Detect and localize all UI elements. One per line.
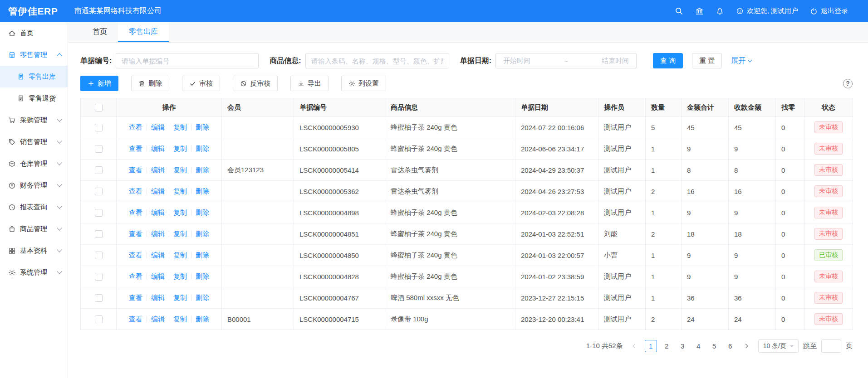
row-checkbox[interactable] (95, 315, 103, 323)
row-checkbox[interactable] (95, 252, 103, 259)
bell-icon[interactable] (716, 7, 724, 15)
row-action-copy[interactable]: 复制 (173, 208, 187, 217)
row-action-view[interactable]: 查看 (129, 123, 142, 132)
logout-button[interactable]: 退出登录 (810, 7, 848, 15)
expand-link[interactable]: 展开 (731, 56, 751, 66)
row-action-delete[interactable]: 删除 (196, 251, 209, 260)
row-action-delete[interactable]: 删除 (196, 230, 209, 238)
search-icon[interactable] (675, 7, 683, 15)
divider (147, 231, 147, 237)
reset-button[interactable]: 重 置 (692, 53, 722, 68)
column-settings-button[interactable]: 列设置 (341, 76, 386, 91)
status-badge: 未审核 (814, 313, 843, 325)
row-action-view[interactable]: 查看 (129, 230, 142, 238)
sidebar-item-retail-outbound[interactable]: 零售出库 (0, 66, 68, 87)
row-action-copy[interactable]: 复制 (173, 272, 187, 281)
sidebar-item-retail-return[interactable]: 零售退货 (0, 87, 68, 109)
row-action-delete[interactable]: 删除 (196, 272, 209, 281)
prev-page-button[interactable] (630, 340, 640, 352)
row-checkbox[interactable] (95, 294, 103, 302)
tab-home[interactable]: 首页 (82, 22, 118, 42)
sidebar-item-warehouse[interactable]: 仓库管理 (0, 153, 68, 174)
tab-retail-outbound[interactable]: 零售出库 (118, 22, 169, 42)
row-action-edit[interactable]: 编辑 (151, 230, 165, 238)
row-action-view[interactable]: 查看 (129, 187, 142, 196)
cell-date: 2024-01-03 22:52:51 (515, 223, 598, 245)
date-range-picker[interactable]: 开始时间 ~ 结束时间 (495, 53, 637, 68)
row-action-copy[interactable]: 复制 (173, 123, 187, 132)
help-icon[interactable]: ? (843, 79, 853, 88)
row-checkbox[interactable] (95, 273, 103, 281)
row-action-edit[interactable]: 编辑 (151, 272, 165, 281)
row-action-copy[interactable]: 复制 (173, 315, 187, 324)
sidebar-item-sales[interactable]: 销售管理 (0, 131, 68, 153)
sidebar-item-retail[interactable]: 零售管理 (0, 44, 68, 66)
row-action-edit[interactable]: 编辑 (151, 251, 165, 260)
page-button-2[interactable]: 2 (661, 340, 673, 352)
row-action-edit[interactable]: 编辑 (151, 315, 165, 324)
row-action-copy[interactable]: 复制 (173, 187, 187, 196)
bill-no-input[interactable] (116, 53, 259, 68)
next-page-button[interactable] (741, 340, 751, 352)
page-button-6[interactable]: 6 (724, 340, 736, 352)
row-action-view[interactable]: 查看 (129, 166, 142, 174)
row-action-edit[interactable]: 编辑 (151, 123, 165, 132)
page-size-select[interactable]: 10 条/页 (758, 339, 799, 353)
row-checkbox[interactable] (95, 124, 103, 131)
sidebar-item-system[interactable]: 系统管理 (0, 262, 68, 283)
sidebar-item-finance[interactable]: 财务管理 (0, 174, 68, 196)
row-action-copy[interactable]: 复制 (173, 230, 187, 238)
row-action-copy[interactable]: 复制 (173, 145, 187, 153)
row-action-copy[interactable]: 复制 (173, 251, 187, 260)
page-button-4[interactable]: 4 (692, 340, 705, 352)
row-action-view[interactable]: 查看 (129, 145, 142, 153)
row-action-delete[interactable]: 删除 (196, 208, 209, 217)
row-action-view[interactable]: 查看 (129, 251, 142, 260)
delete-button[interactable]: 删除 (131, 76, 169, 91)
row-action-edit[interactable]: 编辑 (151, 208, 165, 217)
row-action-view[interactable]: 查看 (129, 315, 142, 324)
row-action-view[interactable]: 查看 (129, 208, 142, 217)
sidebar-item-base[interactable]: 基本资料 (0, 240, 68, 262)
row-action-view[interactable]: 查看 (129, 272, 142, 281)
bank-icon[interactable] (695, 7, 704, 15)
cell-amount: 9 (682, 138, 729, 160)
unaudit-button[interactable]: 反审核 (233, 76, 278, 91)
row-checkbox[interactable] (95, 188, 103, 195)
row-action-edit[interactable]: 编辑 (151, 294, 165, 302)
page-button-5[interactable]: 5 (708, 340, 721, 352)
sidebar-item-goods[interactable]: 商品管理 (0, 218, 68, 240)
add-button[interactable]: 新增 (80, 76, 118, 91)
row-action-copy[interactable]: 复制 (173, 166, 187, 174)
sidebar-item-report[interactable]: 报表查询 (0, 196, 68, 218)
row-checkbox[interactable] (95, 209, 103, 217)
row-action-edit[interactable]: 编辑 (151, 187, 165, 196)
row-action-delete[interactable]: 删除 (196, 294, 209, 302)
page-button-3[interactable]: 3 (677, 340, 689, 352)
toolbar: 新增 删除 审核 反审核 (80, 76, 853, 91)
row-action-edit[interactable]: 编辑 (151, 145, 165, 153)
row-action-delete[interactable]: 删除 (196, 166, 209, 174)
export-button[interactable]: 导出 (290, 76, 329, 91)
cell-product: 蜂蜜柚子茶 240g 黄色 (385, 117, 515, 138)
cell-amount: 9 (682, 245, 729, 266)
divider (169, 231, 169, 237)
sidebar-item-home[interactable]: 首页 (0, 22, 68, 44)
row-action-view[interactable]: 查看 (129, 294, 142, 302)
row-action-delete[interactable]: 删除 (196, 315, 209, 324)
row-checkbox[interactable] (95, 166, 103, 174)
row-action-delete[interactable]: 删除 (196, 123, 209, 132)
product-input[interactable] (305, 53, 449, 68)
sidebar-item-purchase[interactable]: 采购管理 (0, 109, 68, 131)
search-button[interactable]: 查 询 (653, 53, 683, 68)
row-action-delete[interactable]: 删除 (196, 145, 209, 153)
row-action-delete[interactable]: 删除 (196, 187, 209, 196)
audit-button[interactable]: 审核 (182, 76, 220, 91)
page-button-1[interactable]: 1 (645, 340, 657, 352)
jump-input[interactable] (821, 339, 841, 353)
row-action-copy[interactable]: 复制 (173, 294, 187, 302)
row-checkbox[interactable] (95, 145, 103, 153)
row-checkbox[interactable] (95, 230, 103, 238)
select-all-checkbox[interactable] (95, 104, 103, 111)
row-action-edit[interactable]: 编辑 (151, 166, 165, 174)
